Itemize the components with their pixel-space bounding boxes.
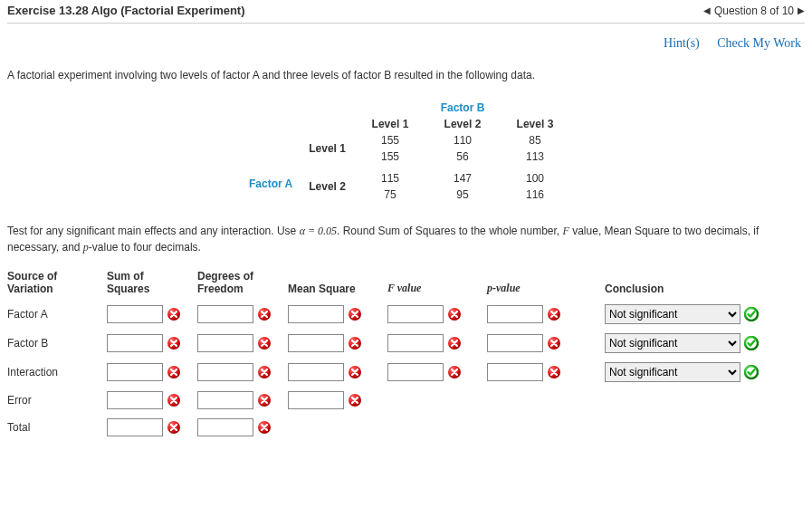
col-header: Level 1 — [358, 116, 422, 132]
incorrect-icon — [447, 336, 462, 350]
incorrect-icon — [167, 307, 181, 321]
incorrect-icon — [348, 336, 362, 350]
p-input[interactable] — [487, 305, 543, 323]
anova-row: Factor ANot significant — [7, 304, 805, 324]
incorrect-icon — [257, 307, 272, 321]
df-input[interactable] — [197, 334, 253, 352]
anova-row: Total — [7, 418, 805, 436]
incorrect-icon — [547, 365, 561, 379]
exercise-title: Exercise 13.28 Algo (Factorial Experimen… — [7, 4, 245, 17]
ss-input[interactable] — [107, 391, 163, 409]
conclusion-select[interactable]: Not significant — [605, 304, 740, 324]
df-input[interactable] — [197, 363, 253, 381]
incorrect-icon — [257, 336, 272, 350]
data-cell: 113 — [503, 149, 567, 165]
nav-next-icon[interactable]: ▶ — [798, 5, 805, 15]
ss-input[interactable] — [107, 363, 163, 381]
f-input[interactable] — [387, 363, 444, 381]
row-label: Factor B — [7, 337, 107, 350]
incorrect-icon — [348, 307, 362, 321]
anova-row: Factor BNot significant — [7, 333, 805, 353]
instruction-text: Test for any significant main effects an… — [7, 217, 805, 270]
hints-link[interactable]: Hint(s) — [664, 36, 700, 50]
row-label: Interaction — [7, 366, 107, 378]
anova-row: Error — [7, 391, 805, 409]
row-label: Total — [7, 421, 107, 434]
df-input[interactable] — [197, 391, 253, 409]
data-cell: 75 — [358, 187, 422, 203]
col-header: Level 2 — [431, 116, 494, 132]
intro-text: A factorial experiment involving two lev… — [7, 60, 805, 91]
data-table: Factor B Level 1 Level 2 Level 3 Level 1… — [7, 100, 805, 203]
ss-input[interactable] — [107, 418, 163, 436]
th-p: p-value — [487, 282, 605, 295]
factor-a-label: Factor A — [245, 176, 296, 192]
incorrect-icon — [447, 307, 462, 321]
alpha-value: α = 0.05 — [300, 225, 337, 237]
incorrect-icon — [348, 365, 362, 379]
data-cell: 155 — [358, 149, 422, 165]
correct-icon — [744, 307, 759, 321]
action-links: Hint(s) Check My Work — [7, 24, 805, 60]
df-input[interactable] — [197, 418, 253, 436]
data-cell: 95 — [431, 187, 494, 203]
anova-row: InteractionNot significant — [7, 362, 805, 382]
data-cell: 110 — [431, 132, 494, 149]
data-cell: 147 — [431, 170, 494, 187]
row-header: Level 2 — [305, 178, 349, 195]
incorrect-icon — [348, 393, 362, 407]
ss-input[interactable] — [107, 305, 163, 323]
p-input[interactable] — [487, 363, 543, 381]
ms-input[interactable] — [288, 391, 344, 409]
col-header: Level 3 — [503, 116, 567, 132]
ms-input[interactable] — [288, 305, 344, 323]
header-bar: Exercise 13.28 Algo (Factorial Experimen… — [7, 0, 805, 24]
row-header: Level 1 — [305, 140, 349, 157]
ss-input[interactable] — [107, 334, 163, 352]
ms-input[interactable] — [288, 334, 344, 352]
data-cell: 116 — [503, 187, 567, 203]
nav-prev-icon[interactable]: ◀ — [703, 5, 711, 15]
check-work-link[interactable]: Check My Work — [717, 36, 801, 50]
row-label: Error — [7, 394, 107, 407]
th-source: Source ofVariation — [7, 270, 107, 295]
correct-icon — [744, 336, 759, 350]
th-ss: Sum ofSquares — [107, 270, 197, 295]
th-df: Degrees ofFreedom — [197, 270, 288, 295]
data-cell: 115 — [358, 170, 422, 187]
incorrect-icon — [167, 336, 181, 350]
nav-position: Question 8 of 10 — [714, 5, 794, 17]
th-conclusion: Conclusion — [605, 283, 786, 295]
incorrect-icon — [167, 393, 181, 407]
correct-icon — [744, 365, 759, 379]
incorrect-icon — [547, 307, 561, 321]
df-input[interactable] — [197, 305, 253, 323]
incorrect-icon — [257, 420, 272, 435]
f-input[interactable] — [387, 334, 444, 352]
data-cell: 85 — [503, 132, 567, 149]
data-cell: 56 — [431, 149, 494, 165]
incorrect-icon — [447, 365, 462, 379]
row-label: Factor A — [7, 308, 107, 321]
f-input[interactable] — [387, 305, 444, 323]
th-ms: Mean Square — [288, 283, 387, 295]
data-cell: 100 — [503, 170, 567, 187]
conclusion-select[interactable]: Not significant — [605, 362, 740, 382]
anova-table: Source ofVariation Sum ofSquares Degrees… — [7, 270, 805, 436]
p-input[interactable] — [487, 334, 543, 352]
ms-input[interactable] — [288, 363, 344, 381]
incorrect-icon — [167, 420, 181, 435]
factor-b-label: Factor B — [358, 100, 567, 116]
incorrect-icon — [167, 365, 181, 379]
th-f: F value — [387, 282, 487, 295]
data-cell: 155 — [358, 132, 422, 149]
conclusion-select[interactable]: Not significant — [605, 333, 740, 353]
incorrect-icon — [547, 336, 561, 350]
question-nav: ◀ Question 8 of 10 ▶ — [703, 5, 805, 17]
incorrect-icon — [257, 365, 272, 379]
incorrect-icon — [257, 393, 272, 407]
